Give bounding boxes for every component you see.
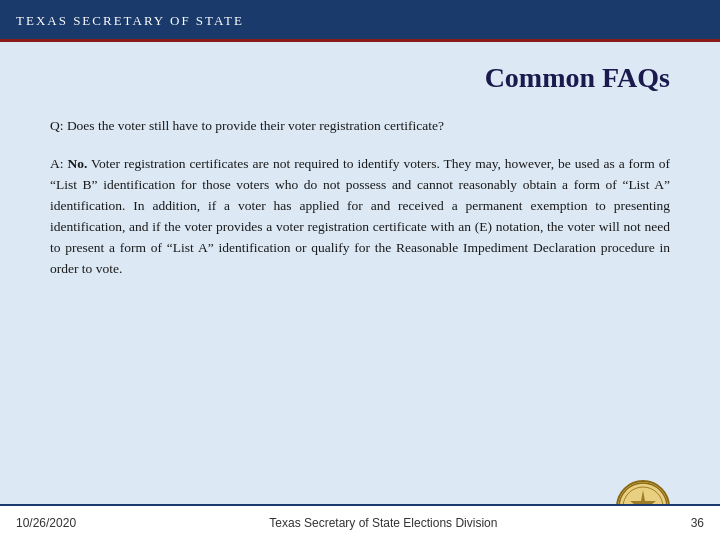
header: Texas Secretary of State	[0, 0, 720, 42]
answer-body: Voter registration certificates are not …	[50, 156, 670, 276]
footer-date: 10/26/2020	[16, 516, 76, 530]
header-underline	[0, 39, 720, 42]
footer: 10/26/2020 Texas Secretary of State Elec…	[0, 504, 720, 540]
question-text: Q: Does the voter still have to provide …	[50, 116, 670, 136]
answer-text: A: No. Voter registration certificates a…	[50, 154, 670, 280]
answer-prefix: A:	[50, 156, 67, 171]
page-title: Common FAQs	[50, 62, 670, 94]
footer-page-number: 36	[691, 516, 704, 530]
main-content: Common FAQs Q: Does the voter still have…	[0, 42, 720, 504]
footer-organization: Texas Secretary of State Elections Divis…	[269, 516, 497, 530]
header-logo: Texas Secretary of State	[16, 13, 244, 29]
answer-bold: No.	[67, 156, 87, 171]
